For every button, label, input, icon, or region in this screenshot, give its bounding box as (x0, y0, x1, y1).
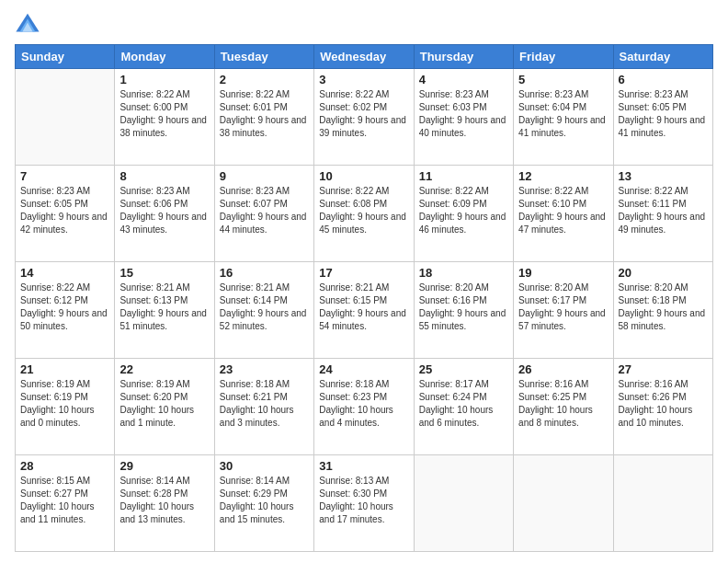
day-info: Sunrise: 8:14 AMSunset: 6:29 PMDaylight:… (220, 475, 309, 526)
day-number: 23 (220, 362, 309, 376)
day-cell: 10Sunrise: 8:22 AMSunset: 6:08 PMDayligh… (314, 166, 414, 262)
day-cell: 16Sunrise: 8:21 AMSunset: 6:14 PMDayligh… (214, 262, 313, 359)
day-info: Sunrise: 8:22 AMSunset: 6:00 PMDaylight:… (119, 88, 209, 140)
day-number: 31 (319, 459, 408, 473)
day-cell: 21Sunrise: 8:19 AMSunset: 6:19 PMDayligh… (16, 359, 115, 455)
day-cell: 17Sunrise: 8:21 AMSunset: 6:15 PMDayligh… (314, 262, 414, 359)
day-info: Sunrise: 8:22 AMSunset: 6:11 PMDaylight:… (619, 185, 708, 236)
day-number: 29 (119, 459, 209, 473)
day-cell: 28Sunrise: 8:15 AMSunset: 6:27 PMDayligh… (16, 455, 115, 552)
day-cell: 2Sunrise: 8:22 AMSunset: 6:01 PMDaylight… (214, 69, 313, 166)
day-info: Sunrise: 8:21 AMSunset: 6:15 PMDaylight:… (319, 282, 408, 333)
day-number: 5 (518, 73, 608, 86)
day-info: Sunrise: 8:23 AMSunset: 6:06 PMDaylight:… (119, 185, 209, 236)
day-cell: 13Sunrise: 8:22 AMSunset: 6:11 PMDayligh… (613, 166, 712, 262)
day-number: 22 (119, 362, 209, 376)
header-day-monday: Monday (115, 45, 214, 69)
day-cell: 23Sunrise: 8:18 AMSunset: 6:21 PMDayligh… (214, 359, 313, 455)
day-number: 2 (220, 73, 309, 86)
day-number: 10 (319, 169, 408, 183)
day-info: Sunrise: 8:23 AMSunset: 6:03 PMDaylight:… (419, 88, 508, 140)
day-info: Sunrise: 8:15 AMSunset: 6:27 PMDaylight:… (20, 475, 109, 526)
day-number: 28 (20, 459, 109, 473)
day-info: Sunrise: 8:21 AMSunset: 6:13 PMDaylight:… (119, 282, 209, 333)
day-info: Sunrise: 8:21 AMSunset: 6:14 PMDaylight:… (220, 282, 309, 333)
day-info: Sunrise: 8:16 AMSunset: 6:25 PMDaylight:… (518, 378, 608, 430)
day-number: 8 (119, 169, 209, 183)
day-number: 7 (20, 169, 109, 183)
day-cell: 30Sunrise: 8:14 AMSunset: 6:29 PMDayligh… (214, 455, 313, 552)
day-info: Sunrise: 8:22 AMSunset: 6:12 PMDaylight:… (20, 282, 109, 333)
day-cell: 8Sunrise: 8:23 AMSunset: 6:06 PMDaylight… (115, 166, 214, 262)
day-cell: 7Sunrise: 8:23 AMSunset: 6:05 PMDaylight… (16, 166, 115, 262)
day-cell: 20Sunrise: 8:20 AMSunset: 6:18 PMDayligh… (613, 262, 712, 359)
week-row-5: 28Sunrise: 8:15 AMSunset: 6:27 PMDayligh… (16, 455, 713, 552)
day-number: 18 (419, 266, 508, 280)
day-number: 17 (319, 266, 408, 280)
day-number: 24 (319, 362, 408, 376)
day-cell: 26Sunrise: 8:16 AMSunset: 6:25 PMDayligh… (514, 359, 613, 455)
day-number: 12 (518, 169, 608, 183)
day-info: Sunrise: 8:14 AMSunset: 6:28 PMDaylight:… (119, 475, 209, 526)
day-info: Sunrise: 8:23 AMSunset: 6:07 PMDaylight:… (220, 185, 309, 236)
day-info: Sunrise: 8:18 AMSunset: 6:21 PMDaylight:… (220, 378, 309, 430)
day-info: Sunrise: 8:22 AMSunset: 6:08 PMDaylight:… (319, 185, 408, 236)
week-row-3: 14Sunrise: 8:22 AMSunset: 6:12 PMDayligh… (16, 262, 713, 359)
day-info: Sunrise: 8:22 AMSunset: 6:02 PMDaylight:… (319, 88, 408, 140)
day-cell: 24Sunrise: 8:18 AMSunset: 6:23 PMDayligh… (314, 359, 414, 455)
day-number: 19 (518, 266, 608, 280)
week-row-2: 7Sunrise: 8:23 AMSunset: 6:05 PMDaylight… (16, 166, 713, 262)
day-number: 14 (20, 266, 109, 280)
day-cell (613, 455, 712, 552)
day-cell (16, 69, 115, 166)
day-cell: 22Sunrise: 8:19 AMSunset: 6:20 PMDayligh… (115, 359, 214, 455)
day-cell: 18Sunrise: 8:20 AMSunset: 6:16 PMDayligh… (414, 262, 513, 359)
day-info: Sunrise: 8:23 AMSunset: 6:05 PMDaylight:… (619, 88, 708, 140)
calendar-header: SundayMondayTuesdayWednesdayThursdayFrid… (16, 45, 713, 69)
day-cell: 25Sunrise: 8:17 AMSunset: 6:24 PMDayligh… (414, 359, 513, 455)
header-day-thursday: Thursday (414, 45, 513, 69)
day-number: 13 (619, 169, 708, 183)
day-number: 15 (119, 266, 209, 280)
day-info: Sunrise: 8:19 AMSunset: 6:20 PMDaylight:… (119, 378, 209, 430)
day-cell: 19Sunrise: 8:20 AMSunset: 6:17 PMDayligh… (514, 262, 613, 359)
day-info: Sunrise: 8:20 AMSunset: 6:16 PMDaylight:… (419, 282, 508, 333)
day-info: Sunrise: 8:19 AMSunset: 6:19 PMDaylight:… (20, 378, 109, 430)
day-info: Sunrise: 8:17 AMSunset: 6:24 PMDaylight:… (419, 378, 508, 430)
day-cell: 12Sunrise: 8:22 AMSunset: 6:10 PMDayligh… (514, 166, 613, 262)
day-cell: 3Sunrise: 8:22 AMSunset: 6:02 PMDaylight… (314, 69, 414, 166)
day-info: Sunrise: 8:16 AMSunset: 6:26 PMDaylight:… (619, 378, 708, 430)
day-cell: 27Sunrise: 8:16 AMSunset: 6:26 PMDayligh… (613, 359, 712, 455)
day-cell: 4Sunrise: 8:23 AMSunset: 6:03 PMDaylight… (414, 69, 513, 166)
page: SundayMondayTuesdayWednesdayThursdayFrid… (0, 0, 728, 563)
day-number: 26 (518, 362, 608, 376)
week-row-4: 21Sunrise: 8:19 AMSunset: 6:19 PMDayligh… (16, 359, 713, 455)
header-day-wednesday: Wednesday (314, 45, 414, 69)
day-number: 21 (20, 362, 109, 376)
day-number: 4 (419, 73, 508, 86)
day-number: 25 (419, 362, 508, 376)
day-info: Sunrise: 8:22 AMSunset: 6:09 PMDaylight:… (419, 185, 508, 236)
calendar-body: 1Sunrise: 8:22 AMSunset: 6:00 PMDaylight… (16, 69, 713, 552)
day-number: 30 (220, 459, 309, 473)
day-info: Sunrise: 8:20 AMSunset: 6:17 PMDaylight:… (518, 282, 608, 333)
day-number: 11 (419, 169, 508, 183)
day-number: 3 (319, 73, 408, 86)
day-cell: 9Sunrise: 8:23 AMSunset: 6:07 PMDaylight… (214, 166, 313, 262)
day-info: Sunrise: 8:23 AMSunset: 6:04 PMDaylight:… (518, 88, 608, 140)
header-day-friday: Friday (514, 45, 613, 69)
day-info: Sunrise: 8:20 AMSunset: 6:18 PMDaylight:… (619, 282, 708, 333)
day-number: 6 (619, 73, 708, 86)
header-day-saturday: Saturday (613, 45, 712, 69)
day-cell: 14Sunrise: 8:22 AMSunset: 6:12 PMDayligh… (16, 262, 115, 359)
day-number: 27 (619, 362, 708, 376)
day-info: Sunrise: 8:18 AMSunset: 6:23 PMDaylight:… (319, 378, 408, 430)
header-row: SundayMondayTuesdayWednesdayThursdayFrid… (16, 45, 713, 69)
logo-icon (15, 11, 40, 37)
day-cell: 1Sunrise: 8:22 AMSunset: 6:00 PMDaylight… (115, 69, 214, 166)
header-day-tuesday: Tuesday (214, 45, 313, 69)
day-cell: 5Sunrise: 8:23 AMSunset: 6:04 PMDaylight… (514, 69, 613, 166)
day-info: Sunrise: 8:13 AMSunset: 6:30 PMDaylight:… (319, 475, 408, 526)
day-cell (514, 455, 613, 552)
day-info: Sunrise: 8:23 AMSunset: 6:05 PMDaylight:… (20, 185, 109, 236)
